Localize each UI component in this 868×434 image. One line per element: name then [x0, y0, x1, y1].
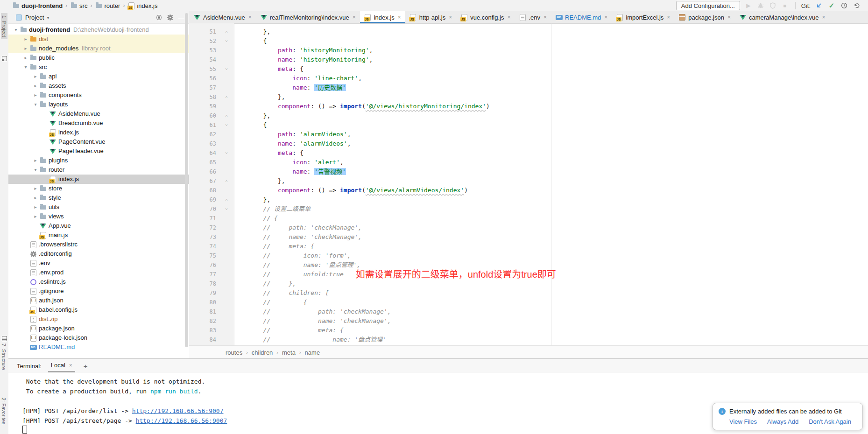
chevron-right-icon[interactable]: ▸ — [32, 193, 39, 203]
locate-file-icon[interactable] — [155, 13, 163, 21]
chevron-down-icon[interactable]: ▾ — [32, 165, 39, 175]
code-line[interactable]: 80 // { — [189, 298, 868, 307]
fold-marker[interactable]: ˄ — [219, 195, 234, 204]
code-line[interactable]: 54 name: 'historyMonitoring', — [189, 55, 868, 64]
tree-row[interactable]: ▾duoji-frontendD:\zheheWeb\duoji-fronten… — [8, 25, 189, 35]
editor-tab[interactable]: README.md× — [551, 11, 612, 23]
fold-marker[interactable]: ˅ — [219, 204, 234, 214]
editor-tab[interactable]: AsideMenu.vue× — [189, 11, 256, 23]
breadcrumb-item[interactable]: src — [70, 2, 87, 9]
close-icon[interactable]: × — [667, 14, 670, 21]
tree-row[interactable]: .env.prod — [8, 268, 189, 277]
code-line[interactable]: 63 name: 'alarmVideos', — [189, 139, 868, 148]
editor-tab[interactable]: cameraManage\index.vue× — [735, 11, 830, 23]
tree-row[interactable]: package.json — [8, 324, 189, 333]
add-configuration-button[interactable]: Add Configuration... — [676, 1, 740, 10]
code-line[interactable]: 52˅ { — [189, 36, 868, 46]
code-line[interactable]: 73 // name: 'checkManage', — [189, 232, 868, 242]
git-rollback-button[interactable] — [852, 1, 861, 10]
editor-tab[interactable]: importExcel.js× — [612, 11, 674, 23]
tool-window-button-project[interactable]: 1: Project — [1, 13, 7, 39]
chevron-right-icon[interactable]: ▸ — [32, 81, 39, 91]
tree-row[interactable]: .gitignore — [8, 287, 189, 296]
fold-marker[interactable]: ˅ — [219, 120, 234, 130]
tree-row[interactable]: ▾src — [8, 63, 189, 72]
code-line[interactable]: 62 path: 'alarmVideos', — [189, 130, 868, 139]
tree-row[interactable]: ▸store — [8, 184, 189, 193]
editor-breadcrumb-item[interactable]: routes — [226, 349, 242, 356]
close-icon[interactable]: × — [822, 14, 826, 21]
tree-row[interactable]: ▾layouts — [8, 100, 189, 109]
code-editor[interactable]: 51˄ },52˅ {53 path: 'historyMonitoring',… — [189, 23, 868, 345]
fold-marker[interactable]: ˄ — [219, 92, 234, 102]
tree-row[interactable]: PageHeader.vue — [8, 147, 189, 156]
debug-button[interactable] — [756, 1, 765, 10]
code-line[interactable]: 57 name: '历史数据' — [189, 83, 868, 92]
code-line[interactable]: 61˅ { — [189, 120, 868, 130]
chevron-right-icon[interactable]: ▸ — [22, 53, 29, 63]
tree-row[interactable]: babel.config.js — [8, 305, 189, 315]
tree-row[interactable]: index.js — [8, 175, 189, 184]
editor-tab[interactable]: .env× — [515, 11, 551, 23]
notification-action-link[interactable]: Don't Ask Again — [809, 418, 851, 425]
terminal-tab-local[interactable]: Local × — [48, 359, 75, 372]
code-line[interactable]: 75 // icon: 'form', — [189, 251, 868, 260]
code-line[interactable]: 65 icon: 'alert', — [189, 158, 868, 167]
tree-row[interactable]: .browserslistrc — [8, 240, 189, 249]
editor-tab[interactable]: realTimeMonitoring\index.vue× — [256, 11, 360, 23]
chevron-right-icon[interactable]: ▸ — [32, 72, 39, 81]
code-line[interactable]: 72 // path: 'checkManage', — [189, 223, 868, 232]
run-with-coverage-button[interactable] — [768, 1, 777, 10]
tree-row[interactable]: auth.json — [8, 296, 189, 305]
tree-row[interactable]: package-lock.json — [8, 333, 189, 343]
git-history-button[interactable] — [840, 1, 849, 10]
gear-icon[interactable] — [166, 13, 174, 21]
chevron-right-icon[interactable]: ▸ — [32, 184, 39, 193]
code-line[interactable]: 64˅ meta: { — [189, 148, 868, 158]
tree-row[interactable]: ▾router — [8, 165, 189, 175]
code-line[interactable]: 56 icon: 'line-chart', — [189, 74, 868, 83]
tree-row[interactable]: ▸assets — [8, 81, 189, 91]
close-icon[interactable]: × — [449, 14, 452, 21]
close-icon[interactable]: × — [353, 14, 356, 21]
new-terminal-button[interactable]: + — [82, 362, 90, 370]
editor-breadcrumb-item[interactable]: children — [252, 349, 273, 356]
chevron-right-icon[interactable]: ▸ — [22, 44, 29, 53]
code-line[interactable]: 84 // name: '盘点管理' — [189, 335, 868, 344]
chevron-down-icon[interactable]: ▾ — [32, 100, 39, 109]
stop-button[interactable]: ■ — [780, 1, 790, 10]
breadcrumb-item[interactable]: index.js — [127, 2, 157, 9]
fold-marker[interactable]: ˄ — [219, 176, 234, 186]
code-line[interactable]: 77 // unfold:true如需设置展开的二级菜单，unfold设置为tr… — [189, 270, 868, 279]
tree-row[interactable]: AsideMenu.vue — [8, 109, 189, 119]
panel-title[interactable]: Project — [25, 14, 44, 21]
code-line[interactable]: 53 path: 'historyMonitoring', — [189, 46, 868, 55]
editor-tab[interactable]: http-api.js× — [405, 11, 456, 23]
chevron-right-icon[interactable]: ▸ — [32, 91, 39, 100]
tree-row[interactable]: PageContent.vue — [8, 137, 189, 147]
notification-action-link[interactable]: View Files — [729, 418, 757, 425]
terminal-link[interactable]: http://192.168.66.56:9007 — [132, 407, 224, 414]
fold-marker[interactable]: ˅ — [219, 36, 234, 46]
code-line[interactable]: 69˄ }, — [189, 195, 868, 204]
editor-breadcrumb-item[interactable]: name — [305, 349, 320, 356]
tree-row[interactable]: ▸dist — [8, 35, 189, 44]
tree-row[interactable]: ▸style — [8, 193, 189, 203]
breadcrumb-item[interactable]: router — [95, 2, 120, 9]
tree-row[interactable]: index.js — [8, 128, 189, 137]
chevron-right-icon[interactable]: ▸ — [32, 212, 39, 221]
chevron-down-icon[interactable]: ▾ — [22, 63, 29, 72]
tree-row[interactable]: ▸api — [8, 72, 189, 81]
code-line[interactable]: 79 // children: [ — [189, 288, 868, 298]
code-line[interactable]: 51˄ }, — [189, 27, 868, 36]
code-line[interactable]: 71 // { — [189, 214, 868, 223]
code-line[interactable]: 81 // path: 'checkManage', — [189, 307, 868, 316]
code-line[interactable]: 60˄ }, — [189, 111, 868, 120]
tree-row[interactable]: ▸utils — [8, 203, 189, 212]
chevron-down-icon[interactable]: ▾ — [12, 25, 20, 35]
chevron-right-icon[interactable]: ▸ — [32, 203, 39, 212]
tree-row[interactable]: main.js — [8, 231, 189, 240]
terminal-link[interactable]: http://192.168.66.56:9007 — [136, 417, 227, 424]
close-icon[interactable]: × — [543, 14, 547, 21]
close-icon[interactable]: × — [507, 14, 510, 21]
